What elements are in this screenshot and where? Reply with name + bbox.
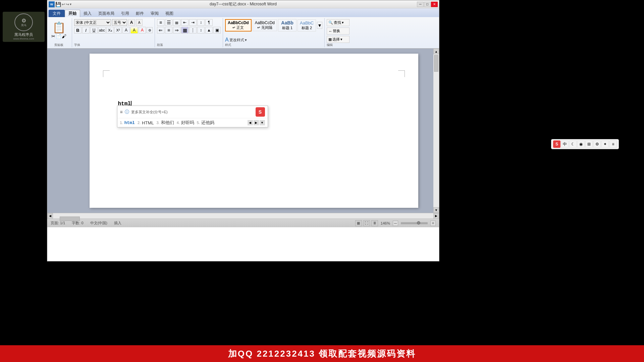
sugg-item-3[interactable]: 和他们	[161, 120, 174, 126]
sogou-star-icon[interactable]: ✦	[601, 140, 609, 148]
highlight-button[interactable]: A	[130, 27, 138, 34]
shading-button[interactable]: ▲	[205, 27, 213, 34]
suggestions-dropdown-button[interactable]: ▼	[260, 120, 265, 125]
left-margin	[47, 49, 74, 213]
insert-mode: 插入	[114, 221, 121, 226]
tab-start[interactable]: 开始	[65, 10, 80, 17]
editor-area: html ≡ ⓘ 更多英文补全(分号+E) S 1.	[47, 49, 439, 213]
select-button[interactable]: ▦选择▾	[327, 36, 350, 43]
increase-font-button[interactable]: A	[128, 19, 135, 26]
zoom-in-button[interactable]: +	[430, 221, 436, 226]
change-styles-button[interactable]: A 更改样式 ▾	[225, 37, 322, 43]
show-marks-button[interactable]: ¶	[205, 19, 213, 26]
full-screen-button[interactable]: ⛶	[363, 220, 370, 226]
tab-insert[interactable]: 插入	[80, 10, 95, 17]
close-button[interactable]: ✕	[431, 2, 438, 7]
hscroll-left-button[interactable]: ◀	[47, 213, 53, 219]
column-break-button[interactable]: ⋮	[189, 27, 197, 34]
sugg-item-5[interactable]: 还他妈	[201, 120, 214, 126]
font-name-select[interactable]: 宋体 (中文正	[74, 19, 111, 26]
logo-panel: ⚙ 黑马 黑马程序员 www.itheima.com	[3, 12, 45, 42]
prev-suggestions-button[interactable]: ◀	[248, 120, 253, 125]
style-no-spacing[interactable]: AaBbCcDd ↵ 无间隔	[253, 19, 277, 31]
align-left-button[interactable]: ⇐	[157, 27, 164, 34]
numbering-button[interactable]: ☰	[165, 19, 172, 26]
scroll-thumb[interactable]	[434, 55, 438, 72]
font-color-button[interactable]: A	[139, 27, 146, 34]
sugg-item-4[interactable]: 好听吗	[181, 120, 194, 126]
styles-arrow-down[interactable]: ▾	[317, 22, 322, 29]
sugg-num-2: 2.	[138, 121, 141, 125]
decrease-font-button[interactable]: A	[136, 19, 143, 26]
style-heading2[interactable]: AaBbC 标题 2	[298, 19, 316, 32]
sugg-item-2[interactable]: HTML	[142, 120, 154, 125]
find-button[interactable]: 🔍查找▾	[327, 19, 350, 26]
tab-view[interactable]: 视图	[162, 10, 177, 17]
scroll-down-button[interactable]: ▼	[433, 207, 439, 213]
sogou-dot-icon[interactable]: ◉	[577, 140, 585, 148]
subscript-button[interactable]: X₂	[106, 27, 114, 34]
document-page[interactable]: html ≡ ⓘ 更多英文补全(分号+E) S 1.	[90, 54, 418, 208]
redo-icon[interactable]: ↪	[66, 2, 69, 7]
tab-layout[interactable]: 页面布局	[95, 10, 118, 17]
save-icon[interactable]: 💾	[55, 2, 61, 7]
bold-button[interactable]: B	[74, 27, 82, 34]
sogou-grid-icon[interactable]: ⊞	[585, 140, 593, 148]
undo-icon[interactable]: ↩	[62, 2, 65, 7]
bottom-banner: 加QQ 2212232413 领取配套视频源码资料	[0, 345, 644, 362]
sogou-chinese-mode[interactable]: 中	[561, 140, 569, 148]
sogou-menu-icon[interactable]: ≡	[609, 140, 617, 148]
decrease-indent-button[interactable]: ⇤	[181, 19, 189, 26]
align-center-button[interactable]: ≡	[165, 27, 172, 34]
bullets-button[interactable]: ≡	[157, 19, 164, 26]
print-layout-button[interactable]: ▦	[355, 220, 362, 226]
style-normal[interactable]: AaBbCcDd ↵ 正文	[225, 19, 252, 32]
zoom-slider-container[interactable]	[401, 222, 428, 224]
title-text: day7---css笔记.docx - Microsoft Word	[210, 1, 277, 7]
italic-button[interactable]: I	[82, 27, 90, 34]
sort-icon: ≡	[120, 109, 123, 115]
file-tab[interactable]: 文件	[49, 10, 65, 17]
sort-button[interactable]: ↕	[197, 19, 205, 26]
title-bar: W 💾 ↩ ↪ ▾ day7---css笔记.docx - Microsoft …	[47, 0, 439, 8]
replace-button[interactable]: ↔替换	[327, 27, 350, 35]
paste-button[interactable]: 📋	[52, 22, 66, 33]
hscroll-right-button[interactable]: ▶	[433, 213, 439, 219]
font-group: 宋体 (中文正 五号 A A B I U abc X₂ X² A A	[72, 18, 155, 47]
justify-button[interactable]: ▦	[181, 27, 189, 34]
sugg-item-1[interactable]: html	[124, 120, 135, 125]
sogou-moon-icon[interactable]: ☾	[569, 140, 577, 148]
logo-circle: ⚙ 黑马	[14, 13, 33, 31]
customize-icon[interactable]: ▾	[70, 2, 71, 6]
font-size-select[interactable]: 五号	[112, 19, 127, 26]
font-group-label: 字体	[74, 43, 153, 47]
underline-button[interactable]: U	[90, 27, 98, 34]
multilevel-list-button[interactable]: ≣	[173, 19, 180, 26]
strikethrough-button[interactable]: abc	[98, 27, 106, 34]
borders-button[interactable]: ▣	[213, 27, 221, 34]
tab-references[interactable]: 引用	[118, 10, 132, 17]
web-layout-button[interactable]: ≣	[371, 220, 378, 226]
increase-indent-button[interactable]: ⇥	[189, 19, 197, 26]
copy-button[interactable]: 📄	[56, 34, 61, 39]
align-right-button[interactable]: ⇒	[173, 27, 180, 34]
sogou-settings-icon[interactable]: ⚙	[593, 140, 601, 148]
info-icon: ⓘ	[125, 109, 129, 115]
scroll-up-button[interactable]: ▲	[433, 49, 439, 54]
brand-url: www.itheima.com	[13, 37, 34, 40]
minimize-button[interactable]: ─	[417, 2, 424, 7]
cut-button[interactable]: ✂	[51, 34, 55, 39]
tab-review[interactable]: 审阅	[147, 10, 162, 17]
logo-circle-text: ⚙ 黑马	[21, 17, 26, 27]
style-heading1[interactable]: AaBb 标题 1	[278, 19, 297, 32]
hscroll-thumb[interactable]	[60, 217, 80, 221]
zoom-out-button[interactable]: ─	[393, 221, 398, 226]
tab-mailings[interactable]: 邮件	[132, 10, 147, 17]
maximize-button[interactable]: □	[424, 2, 431, 7]
format-painter-button[interactable]: 🖌	[62, 34, 66, 39]
font-settings-icon[interactable]: ⚙	[147, 27, 153, 33]
superscript-button[interactable]: X²	[114, 27, 122, 34]
next-suggestions-button[interactable]: ▶	[254, 120, 259, 125]
line-spacing-button[interactable]: ↕	[197, 27, 205, 34]
text-effect-button[interactable]: A	[122, 27, 130, 34]
